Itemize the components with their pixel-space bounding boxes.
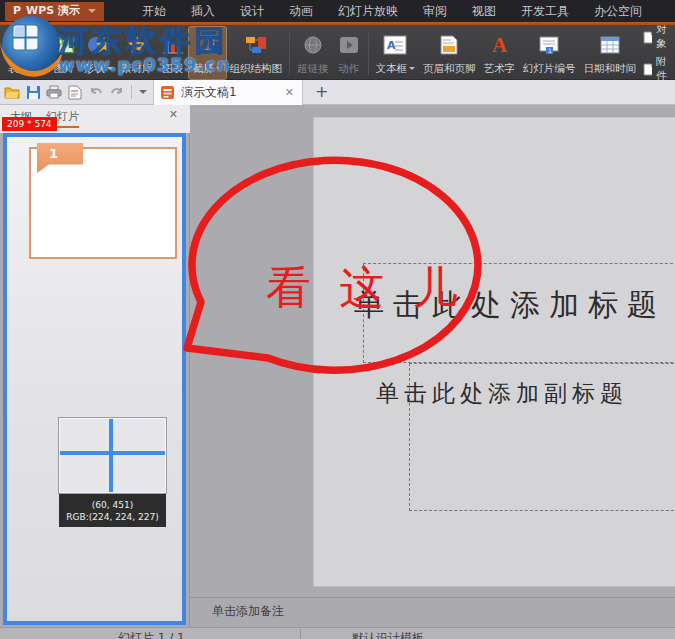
- picture-label: 图片: [54, 61, 75, 75]
- menu-slideshow[interactable]: 幻灯片放映: [338, 3, 398, 20]
- object-attachment-group: 对象 附件: [640, 27, 675, 79]
- picture-button[interactable]: 图片: [48, 27, 80, 79]
- hyperlink-label: 超链接: [297, 61, 329, 75]
- chevron-down-icon: [216, 67, 222, 70]
- pixel-rgb-value: RGB:(224, 224, 227): [59, 512, 166, 522]
- date-time-label: 日期和时间: [584, 61, 637, 75]
- status-divider: [300, 629, 301, 639]
- chevron-down-icon: [409, 67, 415, 70]
- menu-home[interactable]: 开始: [142, 3, 166, 20]
- date-time-button[interactable]: 日期和时间: [580, 27, 641, 79]
- title-bar: P WPS 演示 开始 插入 设计 动画 幻灯片放映 审阅 视图 开发工具 办公…: [0, 0, 675, 22]
- new-tab-button[interactable]: +: [315, 84, 328, 100]
- screenshot-button[interactable]: 截屏: [189, 27, 226, 79]
- org-chart-button[interactable]: 组织结构图: [226, 27, 287, 79]
- save-button[interactable]: [24, 83, 42, 101]
- ribbon-divider: [368, 31, 369, 75]
- table-button[interactable]: 表格: [4, 27, 41, 79]
- asset-library-label: 素材库: [121, 61, 153, 75]
- object-icon: [643, 31, 652, 44]
- wordart-icon: A: [487, 29, 511, 61]
- menu-design[interactable]: 设计: [240, 3, 264, 20]
- header-footer-icon: [437, 29, 461, 61]
- table-label: 表格: [8, 61, 29, 75]
- menu-bar: 开始 插入 设计 动画 幻灯片放映 审阅 视图 开发工具 办公空间: [142, 3, 642, 20]
- slide-indicator: 幻灯片 1 / 1: [118, 630, 185, 639]
- crosshair-vertical: [109, 419, 113, 492]
- title-placeholder-text[interactable]: 单击此处添加标题: [354, 285, 666, 326]
- wordart-button[interactable]: A 艺术字: [480, 27, 520, 79]
- menu-office-space[interactable]: 办公空间: [594, 3, 642, 20]
- slide-editor-area: 单击此处添加标题 单击此处添加副标题 单击添加备注: [190, 105, 675, 627]
- chevron-down-icon: [31, 67, 37, 70]
- header-footer-label: 页眉和页脚: [423, 61, 476, 75]
- toolbar-divider: [131, 85, 132, 99]
- redo-button: [108, 83, 126, 101]
- wps-logo-letter: P: [13, 4, 21, 17]
- menu-review[interactable]: 审阅: [423, 3, 447, 20]
- notes-placeholder[interactable]: 单击添加备注: [212, 603, 284, 620]
- notes-splitter[interactable]: [190, 597, 675, 598]
- chevron-down-icon: [88, 9, 96, 13]
- print-preview-icon: [68, 85, 82, 100]
- svg-text:1: 1: [548, 47, 552, 54]
- chart-icon: [161, 29, 185, 61]
- menu-insert[interactable]: 插入: [191, 3, 215, 20]
- wps-app-button[interactable]: P WPS 演示: [5, 2, 104, 21]
- open-folder-icon: [4, 85, 20, 99]
- app-name: WPS 演示: [26, 3, 80, 18]
- subtitle-placeholder-text[interactable]: 单击此处添加副标题: [376, 378, 628, 409]
- attachment-label: 附件: [656, 55, 672, 83]
- date-time-icon: [598, 29, 622, 61]
- slide-number-icon: 1: [537, 29, 561, 61]
- picture-icon: [52, 29, 76, 61]
- close-tab-icon[interactable]: ✕: [283, 86, 296, 99]
- screenshot-label: 截屏: [193, 61, 214, 75]
- svg-text:A: A: [492, 33, 508, 57]
- menu-view[interactable]: 视图: [472, 3, 496, 20]
- undo-icon: [88, 86, 104, 99]
- close-panel-icon[interactable]: ✕: [169, 108, 178, 121]
- object-label: 对象: [656, 23, 672, 51]
- textbox-label: 文本框: [376, 61, 408, 75]
- hyperlink-icon: [301, 29, 325, 61]
- attachment-icon: [643, 63, 652, 76]
- undo-button: [87, 83, 105, 101]
- header-footer-button[interactable]: 页眉和页脚: [419, 27, 480, 79]
- chevron-down-icon[interactable]: [139, 90, 147, 94]
- table-icon: [11, 29, 35, 61]
- chart-button[interactable]: 图表: [157, 27, 189, 79]
- print-preview-button[interactable]: [66, 83, 84, 101]
- ribbon-divider: [44, 31, 45, 75]
- menu-animation[interactable]: 动画: [289, 3, 313, 20]
- status-bar: 幻灯片 1 / 1 默认设计模板: [0, 627, 675, 639]
- document-tab[interactable]: 演示文稿1 ✕: [153, 80, 303, 105]
- menu-devtools[interactable]: 开发工具: [521, 3, 569, 20]
- textbox-button[interactable]: A 文本框: [372, 27, 420, 79]
- shapes-button[interactable]: 形状: [80, 27, 117, 79]
- slide-canvas[interactable]: [313, 117, 675, 587]
- shapes-label: 形状: [84, 61, 105, 75]
- redo-icon: [109, 86, 125, 99]
- asset-library-button[interactable]: 素材库: [117, 27, 157, 79]
- color-picker-tooltip: (60, 451) RGB:(224, 224, 227): [59, 494, 166, 527]
- presentation-file-icon: [160, 85, 175, 100]
- svg-text:A: A: [387, 39, 396, 52]
- action-icon: [337, 29, 361, 61]
- document-tab-bar: 演示文稿1 ✕ +: [0, 80, 675, 105]
- slide-thumbnail-panel[interactable]: 1 (60, 451) RGB:(224, 224, 227): [3, 133, 186, 625]
- open-file-button[interactable]: [3, 83, 21, 101]
- chevron-down-icon: [107, 67, 113, 70]
- screenshot-icon: [195, 29, 219, 61]
- wordart-label: 艺术字: [484, 61, 516, 75]
- color-picker-magnifier: [59, 418, 166, 493]
- print-button[interactable]: [45, 83, 63, 101]
- shapes-icon: [86, 29, 112, 61]
- slide-number-button[interactable]: 1 幻灯片编号: [519, 27, 580, 79]
- org-chart-icon: [243, 29, 269, 61]
- chart-label: 图表: [162, 61, 183, 75]
- screenshot-size-badge: 209 * 574: [2, 117, 57, 131]
- asset-library-icon: [125, 29, 149, 61]
- object-button[interactable]: 对象: [643, 23, 672, 51]
- attachment-button[interactable]: 附件: [643, 55, 672, 83]
